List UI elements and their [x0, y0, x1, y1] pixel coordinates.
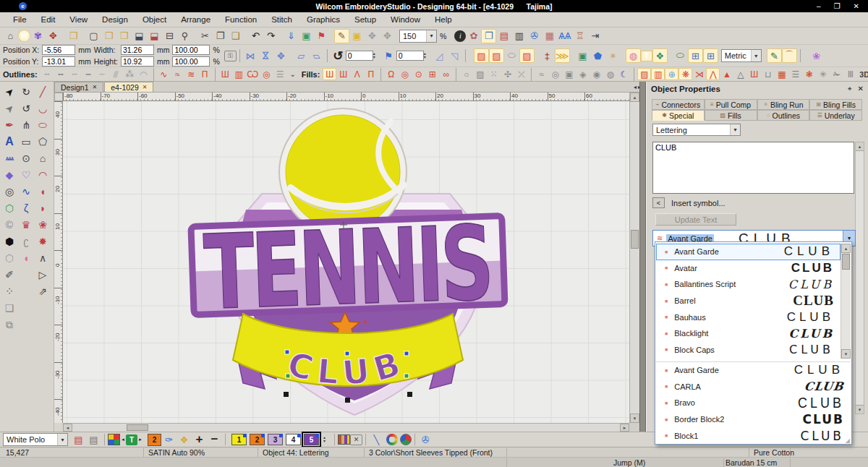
home-icon[interactable]: ⌂ — [3, 29, 18, 43]
show-hoop-icon[interactable]: ⬭ — [673, 48, 688, 63]
palette-spinner[interactable]: ▴▾ — [323, 436, 331, 443]
close-tab-icon[interactable]: ✕ — [142, 84, 148, 90]
menu-item[interactable]: View — [62, 13, 95, 26]
star-wheel-tool[interactable]: ✸ — [35, 234, 51, 249]
outline-run-icon[interactable]: ∿ — [157, 68, 171, 80]
paste-icon[interactable]: ❑ — [228, 29, 243, 43]
show-rulers-icon[interactable]: ⊞ — [703, 48, 718, 63]
digitize-pen-icon[interactable]: ✎ — [334, 29, 349, 43]
zoom-combo[interactable]: 150 ▾ — [399, 30, 437, 43]
open-recent-icon[interactable]: ❒ — [116, 29, 132, 43]
menu-item[interactable]: Graphics — [299, 13, 347, 26]
design-information-icon[interactable]: i — [454, 30, 466, 42]
stitch-edit-tool[interactable]: ✒ — [1, 117, 17, 133]
menu-item[interactable]: Stitch — [264, 13, 299, 26]
outline-dash-2-icon[interactable]: ╍ — [54, 68, 68, 80]
freehand-tool[interactable]: ∿ — [18, 184, 34, 200]
panel-splitter[interactable] — [639, 82, 646, 432]
scroll-left-icon[interactable]: ◂ — [63, 424, 72, 432]
fill-applique-icon[interactable]: ○ — [459, 68, 473, 80]
chevron-down-icon[interactable]: ▾ — [426, 30, 436, 42]
print-icon[interactable]: ⊟ — [162, 29, 177, 43]
skew-angle-field[interactable] — [396, 51, 424, 61]
effect-satin-raised-icon[interactable]: Ш — [747, 68, 761, 80]
show-grid-icon[interactable]: ⊞ — [688, 48, 703, 63]
diagonal-line-icon[interactable]: ╲ — [369, 432, 384, 447]
scroll-up-icon[interactable]: ▲ — [856, 142, 864, 151]
design-artwork[interactable]: TENNIS CLUB — [182, 107, 512, 419]
tab-pull-comp[interactable]: ≡ Pull Comp — [705, 99, 757, 110]
product-colors-icon[interactable]: ❖ — [652, 48, 668, 63]
color-wheel-icon[interactable] — [386, 434, 398, 445]
font-item-barrel[interactable]: ■ Barrel CLUB — [656, 293, 841, 309]
menu-item[interactable]: Object — [135, 13, 174, 26]
effect-3d-warp-icon[interactable]: ⋀ — [706, 68, 720, 80]
fill-zigzag-icon[interactable]: Λ — [350, 68, 364, 80]
tab-connectors[interactable]: ⌁ Connectors — [652, 99, 705, 110]
travel-run-icon[interactable]: ❀ — [809, 48, 824, 63]
split-shape-tool[interactable]: ◗ — [35, 200, 51, 216]
gradient-hex-tool[interactable]: ⬡ — [1, 250, 17, 266]
font-item-blacklight[interactable]: ■ Blacklight CLUB — [656, 325, 841, 342]
undo-icon[interactable]: ↶ — [248, 29, 263, 43]
penetrations-tool[interactable]: ⁘ — [1, 283, 17, 299]
magic-wand-icon[interactable]: ✥ — [365, 29, 380, 43]
color-chip-2[interactable]: 2 — [250, 434, 265, 445]
chevron-down-icon[interactable]: ▾ — [57, 434, 67, 445]
more-outlines-icon[interactable]: ⌄ — [287, 69, 299, 80]
collapse-button[interactable]: < — [652, 197, 665, 208]
monogram-tool[interactable]: ѧѧѧ — [1, 150, 17, 166]
menu-item[interactable]: Function — [218, 13, 264, 26]
node-edit-tool[interactable]: ⋔ — [18, 117, 34, 133]
outline-triple-run-icon[interactable]: ≈ — [171, 68, 184, 80]
polygon-tool[interactable]: ⬠ — [35, 134, 51, 150]
cut-icon[interactable]: ✂ — [197, 29, 213, 43]
mirror-ellipse-tool[interactable]: ⬭ — [35, 117, 51, 133]
fill-spiral-icon[interactable]: ◎ — [548, 68, 562, 80]
knife-cut-icon[interactable]: ⋙ — [555, 48, 570, 63]
fill-island-icon[interactable]: ⊙ — [412, 68, 425, 80]
crown-tool[interactable]: ♛ — [18, 217, 34, 233]
remove-angles-icon[interactable]: ⬭ — [504, 48, 519, 63]
fill-stipple-icon[interactable]: ⁙ — [487, 68, 501, 80]
font-item-avatar[interactable]: ■ Avatar CLUB — [656, 260, 841, 277]
save-design-icon[interactable]: ⬓ — [132, 29, 147, 43]
effect-circle-grid-icon[interactable]: ⊕ — [665, 68, 678, 80]
arc-tool[interactable]: ◡ — [35, 100, 51, 116]
outline-hex-tool[interactable]: ⬢ — [1, 234, 17, 249]
color-chip-4[interactable]: 4 — [286, 434, 301, 445]
tab-bling-run[interactable]: ✧ Bling Run — [757, 99, 810, 110]
outline-arc-icon[interactable]: ◠ — [137, 68, 150, 80]
lettering-tool[interactable]: A — [1, 134, 17, 150]
stitch-angle-icon[interactable]: ▨ — [474, 48, 489, 63]
curves-view-icon[interactable]: ⌒ — [782, 48, 797, 63]
effect-starburst-icon[interactable]: ❋ — [678, 68, 692, 80]
print-preview-icon[interactable]: ⚲ — [177, 29, 192, 43]
rotate-angle-field[interactable] — [346, 51, 373, 61]
insert-bitmap-icon[interactable]: ▣ — [575, 48, 590, 63]
vertical-scrollbar[interactable]: ▲ ▼ — [629, 93, 639, 423]
recent-font-block1[interactable]: ■ Block1 CLUB — [656, 427, 851, 444]
auto-digitize-icon[interactable]: ▣ — [349, 29, 365, 43]
skew-spinner[interactable]: ▴▾ — [424, 52, 432, 59]
house-shape-tool[interactable]: ⌂ — [35, 150, 51, 166]
fill-chain-icon[interactable]: ∞ — [439, 68, 453, 80]
open-design-icon[interactable]: ❒ — [101, 29, 116, 43]
font-item-ballantines-script[interactable]: ■ Ballantines Script CLUB — [656, 276, 841, 293]
font-scroll-thumb[interactable] — [842, 254, 850, 270]
resize-grip-icon[interactable]: ◢ — [846, 437, 850, 444]
current-color-chip[interactable]: 2 — [148, 434, 161, 446]
recent-font-bravo[interactable]: ■ Bravo CLUB — [656, 395, 851, 411]
zigzag-node-tool[interactable]: ∧ — [35, 250, 51, 266]
tab-underlay[interactable]: ☰ Underlay — [809, 110, 862, 121]
mirror-horizontal-icon[interactable]: ⋈ — [243, 48, 258, 63]
effect-lines-icon[interactable]: ☰ — [788, 68, 802, 80]
fill-cross-x-icon[interactable]: ⤫ — [514, 68, 528, 80]
color-chip-1[interactable]: 1 — [231, 434, 247, 445]
menu-item[interactable]: Help — [427, 13, 459, 26]
knife-tool[interactable]: ✐ — [1, 267, 17, 283]
outline-dash-1-icon[interactable]: ╌ — [41, 68, 54, 80]
ellipse-tool[interactable]: ⊙ — [18, 150, 34, 166]
tab-fills[interactable]: ▨ Fills — [705, 110, 757, 121]
position-x-field[interactable] — [42, 45, 75, 55]
